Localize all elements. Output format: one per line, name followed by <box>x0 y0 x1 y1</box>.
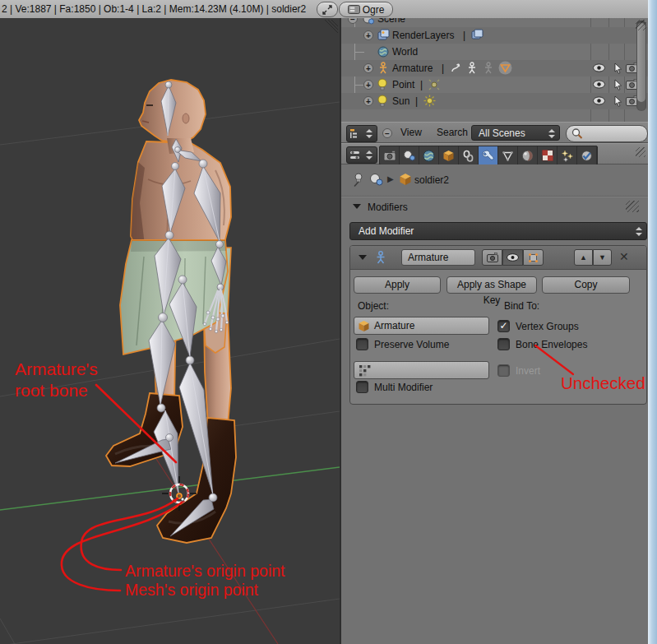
apply-button[interactable]: Apply <box>354 276 441 294</box>
add-modifier-dropdown[interactable]: Add Modifier <box>349 222 647 240</box>
panel-title[interactable]: Modifiers <box>368 202 408 213</box>
outliner-scrollbar[interactable] <box>636 21 646 111</box>
expand-icon[interactable]: + <box>363 30 373 40</box>
viewport-visibility-toggle-button[interactable] <box>502 249 523 266</box>
object-data-icon <box>369 173 383 186</box>
modifier-collapse-icon[interactable] <box>359 255 367 260</box>
filter-collapse-icon[interactable]: − <box>382 128 392 138</box>
tab-world[interactable] <box>419 146 439 164</box>
tab-render[interactable] <box>380 146 400 164</box>
viewport-resize-grip[interactable] <box>325 20 338 33</box>
cursor-select-icon[interactable] <box>613 95 622 107</box>
renderlayers-icon <box>377 29 391 41</box>
vertex-groups-label[interactable]: Vertex Groups <box>516 321 579 332</box>
maximize-window-button[interactable] <box>317 2 338 17</box>
collapse-icon[interactable]: − <box>348 18 358 24</box>
invert-checkbox[interactable] <box>497 364 510 377</box>
editor-switch-arrows <box>366 151 372 160</box>
editor-type-outliner-button[interactable] <box>346 125 377 142</box>
renderlayer-icon[interactable] <box>471 29 484 41</box>
outliner-header: − View Search All Scenes <box>341 122 648 143</box>
tab-object[interactable] <box>439 146 459 164</box>
copy-button[interactable]: Copy <box>542 276 630 294</box>
tab-object-data[interactable] <box>498 146 518 164</box>
scrollbar-thumb[interactable] <box>637 23 645 102</box>
armature-data-icon[interactable] <box>466 62 478 74</box>
object-label: Object: <box>358 300 389 312</box>
panel-drag-grip[interactable] <box>626 201 639 212</box>
apply-as-shape-key-button[interactable]: Apply as Shape Key <box>446 276 537 294</box>
view-menu[interactable]: View <box>400 127 422 138</box>
armature-dim-icon[interactable] <box>483 62 494 74</box>
expand-arrows-icon <box>322 5 332 15</box>
expand-icon[interactable]: + <box>363 80 373 90</box>
outliner-row-renderlayers[interactable]: + RenderLayers | <box>341 27 648 44</box>
bone-envelopes-label[interactable]: Bone Envelopes <box>516 339 587 350</box>
point-lamp-icon[interactable] <box>428 79 440 90</box>
eye-icon[interactable] <box>593 96 605 105</box>
outliner-editor[interactable]: − Scene + RenderLayers | <box>341 18 648 122</box>
search-menu[interactable]: Search <box>437 127 468 138</box>
physics-icon <box>581 150 593 162</box>
pin-icon[interactable] <box>351 173 363 187</box>
info-header: 2 | Ve:1887 | Fa:1850 | Ob:1-4 | La:2 | … <box>0 0 648 19</box>
window-edge <box>648 0 657 644</box>
header-corner-grip[interactable] <box>636 147 645 157</box>
data-highlight-icon[interactable] <box>498 61 512 75</box>
eye-icon[interactable] <box>593 63 605 72</box>
search-input[interactable] <box>584 128 645 140</box>
lamp-icon <box>377 78 387 91</box>
edit-mode-toggle-button[interactable] <box>523 249 544 266</box>
tab-texture[interactable] <box>538 146 558 164</box>
outliner-search-field[interactable] <box>566 125 648 142</box>
delete-modifier-button[interactable]: ✕ <box>619 250 629 263</box>
cursor-select-icon[interactable] <box>613 79 622 90</box>
tab-physics[interactable] <box>577 146 597 164</box>
outliner-scope-select[interactable]: All Scenes <box>471 125 560 141</box>
outliner-row-armature[interactable]: + Armature | <box>341 60 648 76</box>
modifier-name-field[interactable]: Armature <box>401 249 475 266</box>
scene-statistics: 2 | Ve:1887 | Fa:1850 | Ob:1-4 | La:2 | … <box>2 3 306 15</box>
camera-icon <box>487 253 498 262</box>
outliner-row-point[interactable]: + Point | <box>341 76 648 93</box>
render-engine-button[interactable]: Ogre <box>339 2 393 17</box>
outliner-row-sun[interactable]: + Sun | <box>341 93 648 109</box>
3d-viewport[interactable] <box>0 18 341 644</box>
separator: | <box>463 27 465 44</box>
multi-modifier-checkbox[interactable] <box>356 381 368 393</box>
vertex-group-field[interactable] <box>354 361 489 379</box>
data-triangle-icon <box>502 150 514 162</box>
outliner-label: Armature <box>392 60 433 76</box>
move-up-button[interactable]: ▲ <box>574 249 593 266</box>
tab-modifiers[interactable] <box>479 146 498 164</box>
panel-collapse-icon[interactable] <box>353 204 361 209</box>
expand-icon[interactable]: + <box>363 96 373 106</box>
bind-to-label: Bind To: <box>504 300 539 312</box>
outliner-row-world[interactable]: World <box>341 44 648 60</box>
outliner-corner-grip[interactable] <box>636 20 646 30</box>
engine-icon <box>348 5 360 14</box>
vertex-groups-checkbox[interactable]: ✓ <box>497 320 510 332</box>
sun-lamp-icon[interactable] <box>423 95 436 107</box>
tab-scene[interactable] <box>400 146 419 164</box>
mesh-object-cube-icon <box>399 173 412 186</box>
outliner-row-scene[interactable]: − Scene <box>341 18 648 27</box>
eye-icon[interactable] <box>593 80 605 89</box>
vertex-group-icon <box>359 364 371 377</box>
blender-window: 2 | Ve:1887 | Fa:1850 | Ob:1-4 | La:2 | … <box>0 0 657 644</box>
multi-modifier-label[interactable]: Multi Modifier <box>374 382 433 393</box>
editor-type-properties-button[interactable] <box>346 146 377 164</box>
bone-envelopes-checkbox[interactable] <box>497 338 510 350</box>
object-selector[interactable]: Armature <box>354 317 489 335</box>
breadcrumb-object-name[interactable]: soldier2 <box>414 174 449 186</box>
preserve-volume-checkbox[interactable] <box>356 338 368 350</box>
move-down-button[interactable]: ▼ <box>593 249 612 266</box>
render-toggle-button[interactable] <box>482 249 502 266</box>
tab-constraints[interactable] <box>459 146 479 164</box>
cursor-select-icon[interactable] <box>613 63 622 74</box>
preserve-volume-label[interactable]: Preserve Volume <box>374 339 449 350</box>
tab-material[interactable] <box>518 146 538 164</box>
expand-icon[interactable]: + <box>363 63 373 73</box>
tab-particles[interactable] <box>558 146 577 164</box>
pose-icon[interactable] <box>450 62 462 74</box>
